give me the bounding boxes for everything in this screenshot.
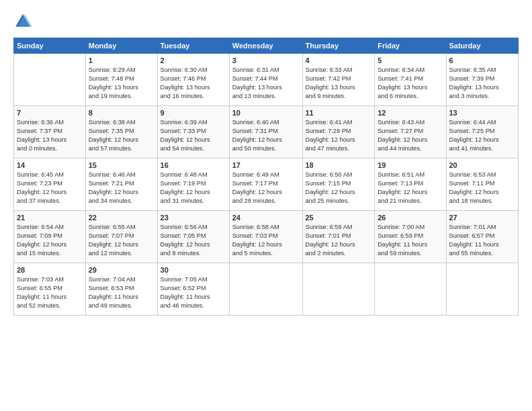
calendar-cell: 25Sunrise: 6:59 AM Sunset: 7:01 PM Dayli… xyxy=(302,211,375,263)
day-number: 16 xyxy=(161,161,226,169)
day-number: 17 xyxy=(232,161,300,169)
calendar-cell: 22Sunrise: 6:55 AM Sunset: 7:07 PM Dayli… xyxy=(85,211,157,263)
day-number: 27 xyxy=(449,214,516,222)
calendar-cell: 2Sunrise: 6:30 AM Sunset: 7:46 PM Daylig… xyxy=(157,54,229,106)
day-info: Sunrise: 7:01 AM Sunset: 6:57 PM Dayligh… xyxy=(449,223,516,258)
calendar-cell: 16Sunrise: 6:48 AM Sunset: 7:19 PM Dayli… xyxy=(157,158,229,211)
day-number: 10 xyxy=(232,109,300,117)
day-info: Sunrise: 7:04 AM Sunset: 6:53 PM Dayligh… xyxy=(89,275,154,310)
day-number: 21 xyxy=(17,214,83,222)
logo xyxy=(13,12,35,31)
logo-icon xyxy=(13,12,32,31)
day-info: Sunrise: 6:48 AM Sunset: 7:19 PM Dayligh… xyxy=(161,171,226,205)
day-number: 5 xyxy=(378,56,443,64)
calendar-cell: 30Sunrise: 7:05 AM Sunset: 6:52 PM Dayli… xyxy=(157,263,229,316)
calendar-cell: 28Sunrise: 7:03 AM Sunset: 6:55 PM Dayli… xyxy=(14,263,86,316)
day-info: Sunrise: 6:40 AM Sunset: 7:31 PM Dayligh… xyxy=(232,118,300,153)
day-number: 9 xyxy=(161,109,226,117)
calendar-cell xyxy=(375,263,446,316)
calendar-cell: 13Sunrise: 6:44 AM Sunset: 7:25 PM Dayli… xyxy=(446,106,519,158)
calendar-week-row: 28Sunrise: 7:03 AM Sunset: 6:55 PM Dayli… xyxy=(14,263,519,316)
day-info: Sunrise: 6:35 AM Sunset: 7:39 PM Dayligh… xyxy=(449,66,516,101)
calendar-cell xyxy=(302,263,375,316)
calendar-cell: 11Sunrise: 6:41 AM Sunset: 7:29 PM Dayli… xyxy=(302,106,375,158)
day-info: Sunrise: 6:56 AM Sunset: 7:05 PM Dayligh… xyxy=(161,223,226,258)
day-number: 15 xyxy=(89,161,154,169)
day-info: Sunrise: 6:46 AM Sunset: 7:21 PM Dayligh… xyxy=(89,171,154,205)
day-info: Sunrise: 6:41 AM Sunset: 7:29 PM Dayligh… xyxy=(306,118,372,153)
calendar-cell: 21Sunrise: 6:54 AM Sunset: 7:09 PM Dayli… xyxy=(14,211,86,263)
calendar-cell: 10Sunrise: 6:40 AM Sunset: 7:31 PM Dayli… xyxy=(229,106,302,158)
day-number: 13 xyxy=(449,109,516,117)
day-info: Sunrise: 6:58 AM Sunset: 7:03 PM Dayligh… xyxy=(232,223,300,258)
day-number: 6 xyxy=(449,56,516,64)
day-number: 23 xyxy=(161,214,226,222)
calendar-week-row: 14Sunrise: 6:45 AM Sunset: 7:23 PM Dayli… xyxy=(14,158,519,211)
weekday-header: Saturday xyxy=(446,38,519,54)
day-info: Sunrise: 6:55 AM Sunset: 7:07 PM Dayligh… xyxy=(89,223,154,258)
day-number: 19 xyxy=(378,161,443,169)
day-number: 26 xyxy=(378,214,443,222)
calendar-cell: 8Sunrise: 6:38 AM Sunset: 7:35 PM Daylig… xyxy=(85,106,157,158)
weekday-header-row: SundayMondayTuesdayWednesdayThursdayFrid… xyxy=(14,38,519,54)
day-info: Sunrise: 6:33 AM Sunset: 7:42 PM Dayligh… xyxy=(306,66,372,101)
day-number: 8 xyxy=(89,109,154,117)
day-info: Sunrise: 6:51 AM Sunset: 7:13 PM Dayligh… xyxy=(378,171,443,205)
day-number: 4 xyxy=(306,56,372,64)
day-number: 11 xyxy=(306,109,372,117)
day-number: 22 xyxy=(89,214,154,222)
weekday-header: Wednesday xyxy=(229,38,302,54)
calendar-cell: 7Sunrise: 6:36 AM Sunset: 7:37 PM Daylig… xyxy=(14,106,86,158)
day-info: Sunrise: 6:39 AM Sunset: 7:33 PM Dayligh… xyxy=(161,118,226,153)
weekday-header: Tuesday xyxy=(157,38,229,54)
day-number: 12 xyxy=(378,109,443,117)
calendar-cell: 19Sunrise: 6:51 AM Sunset: 7:13 PM Dayli… xyxy=(375,158,446,211)
calendar-week-row: 7Sunrise: 6:36 AM Sunset: 7:37 PM Daylig… xyxy=(14,106,519,158)
day-info: Sunrise: 6:36 AM Sunset: 7:37 PM Dayligh… xyxy=(17,118,83,153)
day-number: 28 xyxy=(17,266,83,274)
calendar-week-row: 1Sunrise: 6:29 AM Sunset: 7:48 PM Daylig… xyxy=(14,54,519,106)
day-info: Sunrise: 6:43 AM Sunset: 7:27 PM Dayligh… xyxy=(378,118,443,153)
page: SundayMondayTuesdayWednesdayThursdayFrid… xyxy=(0,0,532,411)
header xyxy=(13,12,519,31)
calendar-cell: 6Sunrise: 6:35 AM Sunset: 7:39 PM Daylig… xyxy=(446,54,519,106)
day-info: Sunrise: 6:29 AM Sunset: 7:48 PM Dayligh… xyxy=(89,66,154,101)
day-info: Sunrise: 6:59 AM Sunset: 7:01 PM Dayligh… xyxy=(306,223,372,258)
calendar-cell: 17Sunrise: 6:49 AM Sunset: 7:17 PM Dayli… xyxy=(229,158,302,211)
day-number: 30 xyxy=(161,266,226,274)
weekday-header: Sunday xyxy=(14,38,86,54)
day-number: 3 xyxy=(232,56,300,64)
day-info: Sunrise: 6:38 AM Sunset: 7:35 PM Dayligh… xyxy=(89,118,154,153)
calendar-cell: 26Sunrise: 7:00 AM Sunset: 6:59 PM Dayli… xyxy=(375,211,446,263)
calendar-cell: 5Sunrise: 6:34 AM Sunset: 7:41 PM Daylig… xyxy=(375,54,446,106)
calendar-cell: 14Sunrise: 6:45 AM Sunset: 7:23 PM Dayli… xyxy=(14,158,86,211)
calendar-cell: 23Sunrise: 6:56 AM Sunset: 7:05 PM Dayli… xyxy=(157,211,229,263)
day-number: 24 xyxy=(232,214,300,222)
calendar-cell xyxy=(446,263,519,316)
day-info: Sunrise: 6:44 AM Sunset: 7:25 PM Dayligh… xyxy=(449,118,516,153)
day-info: Sunrise: 7:00 AM Sunset: 6:59 PM Dayligh… xyxy=(378,223,443,258)
day-info: Sunrise: 7:03 AM Sunset: 6:55 PM Dayligh… xyxy=(17,275,83,310)
day-info: Sunrise: 6:54 AM Sunset: 7:09 PM Dayligh… xyxy=(17,223,83,258)
calendar-cell: 24Sunrise: 6:58 AM Sunset: 7:03 PM Dayli… xyxy=(229,211,302,263)
day-number: 14 xyxy=(17,161,83,169)
day-info: Sunrise: 6:34 AM Sunset: 7:41 PM Dayligh… xyxy=(378,66,443,101)
calendar-cell: 20Sunrise: 6:53 AM Sunset: 7:11 PM Dayli… xyxy=(446,158,519,211)
calendar-cell: 1Sunrise: 6:29 AM Sunset: 7:48 PM Daylig… xyxy=(85,54,157,106)
calendar-cell xyxy=(229,263,302,316)
calendar-cell: 18Sunrise: 6:50 AM Sunset: 7:15 PM Dayli… xyxy=(302,158,375,211)
calendar-cell: 9Sunrise: 6:39 AM Sunset: 7:33 PM Daylig… xyxy=(157,106,229,158)
calendar-cell: 27Sunrise: 7:01 AM Sunset: 6:57 PM Dayli… xyxy=(446,211,519,263)
weekday-header: Friday xyxy=(375,38,446,54)
day-info: Sunrise: 6:50 AM Sunset: 7:15 PM Dayligh… xyxy=(306,171,372,205)
day-number: 2 xyxy=(161,56,226,64)
day-info: Sunrise: 6:49 AM Sunset: 7:17 PM Dayligh… xyxy=(232,171,300,205)
calendar-cell: 4Sunrise: 6:33 AM Sunset: 7:42 PM Daylig… xyxy=(302,54,375,106)
calendar-week-row: 21Sunrise: 6:54 AM Sunset: 7:09 PM Dayli… xyxy=(14,211,519,263)
calendar-cell: 15Sunrise: 6:46 AM Sunset: 7:21 PM Dayli… xyxy=(85,158,157,211)
calendar-cell xyxy=(14,54,86,106)
calendar-table: SundayMondayTuesdayWednesdayThursdayFrid… xyxy=(13,38,519,316)
day-number: 18 xyxy=(306,161,372,169)
calendar-cell: 12Sunrise: 6:43 AM Sunset: 7:27 PM Dayli… xyxy=(375,106,446,158)
calendar-cell: 3Sunrise: 6:31 AM Sunset: 7:44 PM Daylig… xyxy=(229,54,302,106)
